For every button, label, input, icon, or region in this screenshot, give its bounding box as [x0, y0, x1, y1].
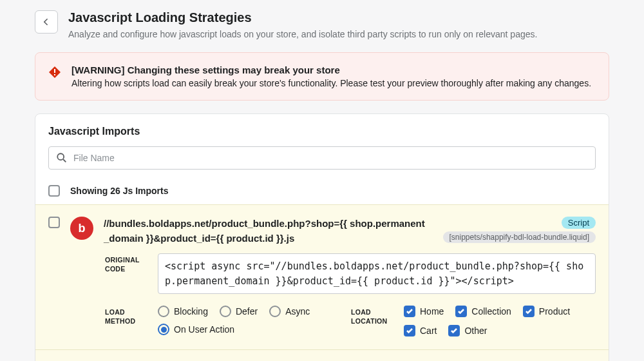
card-title: Javascript Imports — [48, 126, 596, 137]
radio-icon — [158, 306, 169, 317]
arrow-left-icon — [41, 17, 52, 27]
original-code-label: ORIGINAL CODE — [105, 253, 149, 273]
load-location-option[interactable]: Other — [448, 325, 487, 337]
warning-alert: [WARNING] Changing these settings may br… — [35, 52, 609, 101]
load-location-option[interactable]: Cart — [404, 325, 437, 337]
svg-rect-0 — [54, 69, 55, 73]
checkbox-label: Other — [464, 326, 487, 336]
page-subtitle: Analyze and configure how javascript loa… — [68, 29, 537, 39]
row-checkbox[interactable] — [48, 217, 60, 228]
import-row: //cdnjs.cloudflare.com/ajax/libs/html5sh… — [35, 349, 609, 361]
load-method-option[interactable]: On User Action — [158, 324, 234, 335]
radio-label: Defer — [236, 306, 258, 317]
load-method-option[interactable]: Blocking — [158, 306, 208, 317]
radio-label: Blocking — [174, 306, 208, 317]
checkbox-icon — [455, 306, 467, 317]
count-label: Showing 26 Js Imports — [70, 186, 168, 196]
import-row: b //bundles.boldapps.net/product_bundle.… — [35, 204, 609, 349]
warning-icon — [48, 66, 61, 79]
alert-body: Altering how scripts load can easily bre… — [71, 78, 591, 88]
load-location-label: LOAD LOCATION — [351, 306, 395, 326]
checkbox-label: Cart — [420, 326, 437, 336]
checkbox-icon — [523, 306, 535, 317]
radio-icon — [220, 306, 231, 317]
search-input[interactable] — [48, 146, 596, 170]
checkbox-label: Home — [420, 306, 444, 317]
search-icon — [56, 152, 68, 164]
radio-icon — [269, 306, 281, 317]
checkbox-label: Product — [539, 306, 570, 317]
page-title: Javascript Loading Strategies — [68, 10, 537, 25]
radio-label: On User Action — [174, 324, 234, 335]
load-method-option[interactable]: Defer — [220, 306, 258, 317]
imports-card: Javascript Imports Showing 26 Js Imports… — [35, 113, 609, 361]
original-code-value[interactable]: <script async src="//bundles.boldapps.ne… — [158, 253, 596, 294]
load-method-option[interactable]: Async — [269, 306, 310, 317]
brand-icon: b — [70, 217, 93, 240]
radio-icon — [158, 324, 169, 335]
load-location-option[interactable]: Home — [404, 306, 444, 317]
svg-rect-1 — [54, 74, 55, 75]
load-location-option[interactable]: Product — [523, 306, 570, 317]
checkbox-icon — [404, 306, 415, 317]
svg-point-2 — [57, 153, 64, 160]
checkbox-label: Collection — [471, 306, 511, 317]
load-location-option[interactable]: Collection — [455, 306, 511, 317]
type-badge: Script — [562, 217, 596, 229]
back-button[interactable] — [35, 10, 58, 34]
radio-label: Async — [285, 306, 310, 317]
import-title: //bundles.boldapps.net/product_bundle.ph… — [104, 217, 433, 246]
file-badge: [snippets/shappify-bdl-load-bundle.liqui… — [443, 231, 596, 243]
alert-title: [WARNING] Changing these settings may br… — [71, 64, 591, 75]
checkbox-icon — [448, 325, 460, 337]
select-all-checkbox[interactable] — [48, 185, 60, 197]
load-method-label: LOAD METHOD — [105, 306, 149, 326]
checkbox-icon — [404, 325, 415, 337]
